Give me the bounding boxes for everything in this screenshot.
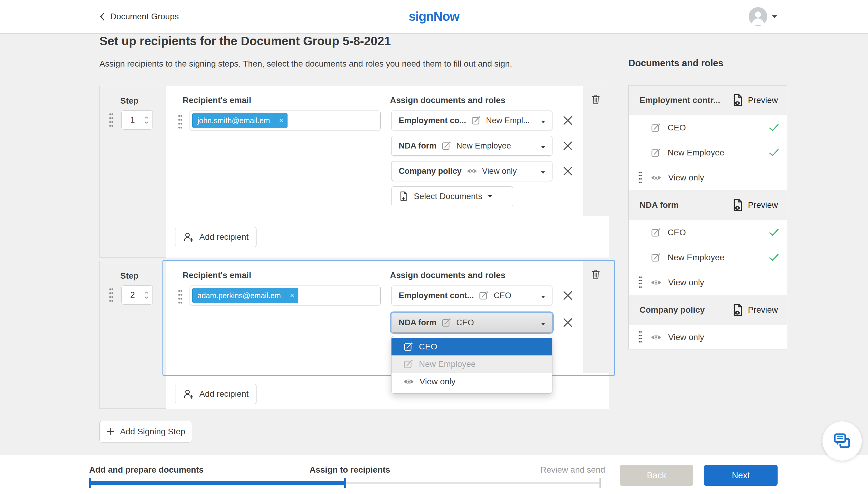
edit-role-icon	[403, 359, 413, 369]
role-row: CEO	[629, 220, 787, 245]
document-name: Company policy	[399, 167, 462, 176]
page-subtitle: Assign recipients to the signing steps. …	[99, 59, 512, 69]
edit-role-icon	[651, 148, 661, 158]
role-option-label: New Employee	[419, 359, 476, 369]
role-label: View only	[668, 173, 704, 183]
drag-handle-icon[interactable]	[177, 114, 183, 131]
add-recipient-button[interactable]: Add recipient	[175, 384, 257, 404]
email-chip-remove-button[interactable]: ×	[286, 291, 298, 300]
document-role-select[interactable]: Employment co... New Empl...	[391, 111, 552, 130]
recipient-email-input[interactable]: adam.perkins@email.em ×	[189, 286, 381, 305]
back-button[interactable]: Back	[620, 465, 693, 486]
preview-label: Preview	[748, 200, 778, 210]
stage-review-and-send: Review and send	[540, 465, 605, 475]
signnow-logo: signNow	[409, 0, 459, 33]
stepper-down-icon[interactable]	[144, 296, 149, 299]
drag-handle-icon[interactable]	[108, 287, 114, 304]
add-recipient-label: Add recipient	[199, 389, 248, 399]
role-label: CEO	[668, 228, 686, 238]
stepper-up-icon[interactable]	[144, 116, 149, 119]
view-only-eye-icon	[403, 378, 414, 385]
document-role-select[interactable]: NDA form New Employee	[391, 136, 552, 156]
progress-fill	[89, 481, 346, 484]
add-signing-step-button[interactable]: Add Signing Step	[99, 421, 192, 442]
role-row: View only	[629, 325, 787, 350]
edit-role-icon	[479, 290, 489, 301]
back-to-document-groups-link[interactable]: Document Groups	[99, 0, 179, 33]
role-option-new-employee[interactable]: New Employee	[391, 356, 552, 373]
next-button[interactable]: Next	[704, 465, 778, 486]
stepper-up-icon[interactable]	[144, 291, 149, 294]
role-option-ceo[interactable]: CEO	[391, 338, 552, 356]
delete-step-trash-icon[interactable]	[589, 93, 603, 106]
email-chip-text: john.smith@email.em	[192, 116, 275, 125]
select-documents-button[interactable]: Select Documents	[391, 187, 513, 206]
step-number-stepper[interactable]: 1	[122, 110, 153, 130]
preview-button[interactable]: Preview	[732, 199, 778, 211]
email-chip-remove-button[interactable]: ×	[275, 116, 287, 125]
email-chip: john.smith@email.em ×	[192, 113, 288, 128]
wizard-footer: Add and prepare documents Assign to reci…	[0, 455, 868, 494]
remove-assignment-button[interactable]	[562, 140, 574, 152]
select-documents-label: Select Documents	[414, 192, 482, 201]
document-preview-icon	[732, 94, 743, 107]
account-menu[interactable]	[749, 0, 778, 33]
stepper-down-icon[interactable]	[144, 121, 149, 124]
chat-icon	[833, 433, 851, 450]
add-document-icon	[399, 191, 408, 202]
step-label: Step	[120, 96, 138, 106]
role-name: CEO	[494, 291, 512, 300]
recipients-email-label: Recipient's email	[183, 95, 251, 105]
preview-button[interactable]: Preview	[732, 304, 778, 316]
role-name: New Empl...	[486, 116, 530, 125]
top-bar: Document Groups signNow	[0, 0, 868, 34]
drag-handle-icon[interactable]	[177, 289, 183, 306]
delete-step-trash-icon[interactable]	[589, 268, 603, 281]
edit-role-icon	[651, 122, 661, 133]
preview-button[interactable]: Preview	[732, 94, 778, 107]
role-row: New Employee	[629, 245, 787, 270]
add-recipient-button[interactable]: Add recipient	[175, 227, 257, 247]
remove-assignment-button[interactable]	[562, 165, 574, 177]
drag-handle-icon[interactable]	[108, 112, 114, 129]
stage-assign-to-recipients: Assign to recipients	[310, 465, 390, 475]
role-label: View only	[668, 278, 704, 287]
document-role-select-open[interactable]: NDA form CEO	[391, 313, 552, 332]
signing-step-1-card: Step 1 Recipient's email	[99, 86, 609, 258]
document-section-header: Company policy Preview	[629, 295, 787, 325]
role-label: New Employee	[668, 253, 724, 262]
drag-handle-icon[interactable]	[638, 330, 643, 345]
step-2-recipient-area: Recipient's email adam.perkins@email.em …	[166, 261, 583, 373]
avatar	[749, 7, 767, 26]
role-dropdown-menu: CEO New Employee View only	[391, 336, 552, 394]
drag-handle-icon[interactable]	[638, 170, 643, 185]
chevron-down-icon	[541, 294, 546, 300]
back-link-label: Document Groups	[110, 12, 179, 21]
recipient-email-input[interactable]: john.smith@email.em ×	[189, 111, 381, 130]
document-section-header: Employment contr... Preview	[629, 86, 787, 115]
assign-documents-label: Assign documents and roles	[390, 270, 505, 280]
role-option-view-only[interactable]: View only	[391, 373, 552, 391]
role-label: View only	[668, 332, 704, 342]
edit-role-icon	[403, 342, 413, 352]
remove-assignment-button[interactable]	[562, 317, 574, 329]
document-preview-icon	[732, 199, 743, 211]
document-role-select[interactable]: Employment cont... CEO	[391, 286, 552, 305]
remove-assignment-button[interactable]	[562, 289, 574, 302]
step-1-order-column: Step 1	[100, 86, 166, 257]
remove-assignment-button[interactable]	[562, 114, 574, 127]
view-only-eye-icon	[651, 334, 662, 341]
progress-tick	[599, 478, 601, 488]
step-2-order-column: Step 2	[100, 261, 166, 408]
assign-documents-label: Assign documents and roles	[390, 95, 505, 105]
role-option-label: CEO	[419, 342, 437, 352]
check-icon	[769, 124, 779, 132]
role-name: New Employee	[456, 141, 511, 151]
step-1-recipient-area: Recipient's email john.smith@email.em × …	[166, 86, 583, 216]
step-number-value: 2	[130, 290, 135, 300]
step-number-stepper[interactable]: 2	[122, 285, 153, 305]
document-role-select[interactable]: Company policy View only	[391, 161, 552, 181]
drag-handle-icon[interactable]	[638, 275, 643, 290]
email-chip-text: adam.perkins@email.em	[192, 291, 286, 300]
support-chat-button[interactable]	[823, 421, 862, 460]
